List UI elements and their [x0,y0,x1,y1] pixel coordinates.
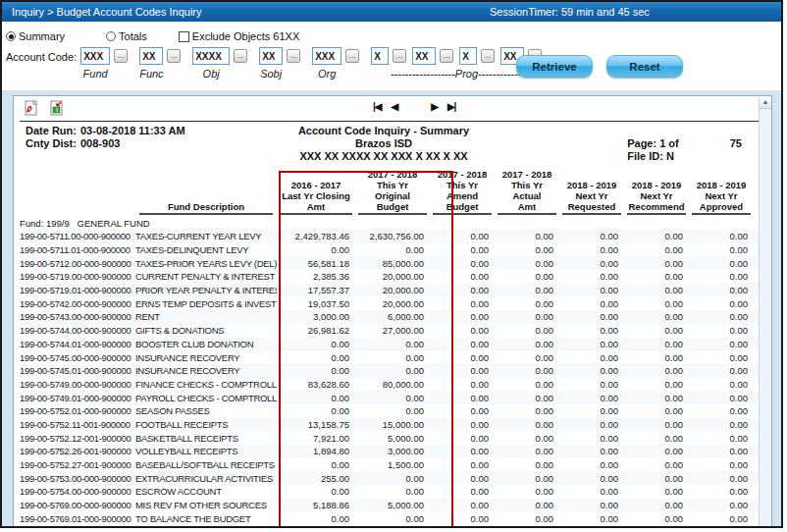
account-code-cell: 199-00-5752.12-001-900000 [20,433,135,444]
amount-cell: 56,581.18 [277,258,355,269]
description-cell: RENT [135,311,277,322]
account-code-func-input[interactable] [139,47,163,65]
amount-cell: 0.00 [430,405,495,416]
column-header: 2017 - 2018This Yr AmendBudget [433,169,492,215]
action-buttons: Retrieve Reset [516,55,683,78]
last-page-button[interactable]: ▶| [447,101,456,112]
amount-cell: 0.00 [624,258,689,269]
lookup-ellipsis-button[interactable]: ... [481,49,495,63]
amount-cell: 6,000.00 [355,311,430,322]
first-page-button[interactable]: |◀ [373,101,382,112]
amount-cell: 0.00 [277,513,355,524]
view-options-row: Summary Totals Exclude Objects 61XX [2,22,781,43]
account-code-prog3-input[interactable] [459,47,477,65]
reset-button[interactable]: Reset [606,55,683,78]
account-code-obj-input[interactable] [192,47,230,65]
retrieve-button[interactable]: Retrieve [516,55,593,78]
amount-cell: 17,557.37 [277,285,355,295]
description-cell: VOLLEYBALL RECEIPTS [135,446,277,456]
pdf-export-icon[interactable] [24,100,39,116]
account-code-label: Account Code: [6,47,77,67]
lookup-ellipsis-button[interactable]: ... [393,49,406,63]
totals-radio[interactable] [106,31,116,41]
lookup-ellipsis-button[interactable]: ... [345,49,359,63]
account-code-cell: 199-00-5754.00-000-900000 [20,486,135,497]
amount-cell: 0.00 [495,339,559,349]
lookup-ellipsis-button[interactable]: ... [234,49,247,63]
account-code-prog2-input[interactable] [412,47,436,65]
table-row: 199-00-5752.27-001-900000BASEBALL/SOFTBA… [20,458,771,472]
amount-cell: 0.00 [624,513,689,524]
amount-cell: 0.00 [355,365,430,376]
account-code-fields: ...Fund...Func...Obj...Sobj...Org [80,47,371,80]
amount-cell: 0.00 [495,365,559,376]
report-area: |◀ ◀ ▶ ▶| Date Run:03-08-2018 11:33 AM C… [2,90,781,528]
amount-cell: 0.00 [277,393,355,403]
amount-cell: 0.00 [495,325,559,336]
amount-cell: 0.00 [355,473,430,484]
account-code-prog1-input[interactable] [371,47,389,65]
scroll-up-button[interactable]: ▲ [760,96,771,109]
amount-cell: 0.00 [689,405,754,416]
lookup-ellipsis-button[interactable]: ... [114,49,128,63]
account-code-org-input[interactable] [312,47,341,65]
description-cell: PAYROLL CHECKS - COMPTROLLER [135,393,277,403]
account-code-cell: 199-00-5743.00-000-900000 [20,311,135,322]
table-row: 199-00-5752.01-000-900000SEASON PASSES0.… [20,404,771,418]
lookup-ellipsis-button[interactable]: ... [167,49,181,63]
report-header-info: Date Run:03-08-2018 11:33 AM Cnty Dist:0… [20,122,771,167]
lookup-ellipsis-button[interactable]: ... [440,49,453,63]
amount-cell: 0.00 [624,433,689,444]
description-cell: EXTRACURRICULAR ACTIVITIES [135,473,277,484]
amount-cell: 0.00 [624,379,689,390]
amount-cell: 0.00 [689,258,754,269]
amount-cell: 0.00 [559,352,624,363]
amount-cell: 0.00 [495,244,559,255]
account-code-sobj-input[interactable] [259,47,283,65]
amount-cell: 1,500.00 [355,459,430,470]
account-code-field-group: ... [412,47,453,65]
csv-export-icon[interactable] [48,100,64,116]
amount-cell: 0.00 [689,513,754,524]
amount-cell: 20,000.00 [355,298,430,309]
exclude-objects-label[interactable]: Exclude Objects 61XX [192,30,299,42]
field-label: Sobj [259,68,283,80]
description-cell: BASEBALL/SOFTBALL RECEIPTS [135,459,277,470]
summary-radio[interactable] [6,31,16,41]
table-row: 199-00-5752.11-001-900000FOOTBALL RECEIP… [20,418,771,432]
totals-radio-label[interactable]: Totals [119,30,147,42]
exclude-objects-checkbox[interactable] [179,31,189,42]
amount-cell: 0.00 [495,311,559,322]
table-row: 199-00-5719.01-000-900000PRIOR YEAR PENA… [20,284,771,297]
amount-cell: 7,921.00 [277,433,355,444]
lookup-ellipsis-button[interactable]: ... [287,49,300,63]
column-header: 2018 - 2019Next YrApproved [692,180,751,215]
page-total: 75 [730,137,742,150]
vertical-scrollbar[interactable]: ▲ [759,96,771,528]
account-code-field-group: ... [312,47,359,65]
summary-radio-label[interactable]: Summary [19,30,65,42]
account-code-field-group: ... [80,47,128,65]
amount-cell: 83,628.60 [277,379,355,390]
account-code-cell: 199-00-5712.00-000-900000 [20,258,135,269]
amount-cell: 0.00 [495,473,559,484]
amount-cell: 0.00 [559,244,624,255]
table-body: 199-00-5711.00-000-900000TAXES-CURRENT Y… [20,230,771,525]
amount-cell: 0.00 [559,325,624,336]
next-page-button[interactable]: ▶ [431,101,438,112]
amount-cell: 0.00 [689,446,754,456]
account-code-cell: 199-00-5711.01-000-900000 [20,244,135,255]
amount-cell: 0.00 [559,459,624,470]
column-header: 2018 - 2019Next YrRequested [562,180,621,215]
account-code-cell: 199-00-5753.00-000-900000 [20,473,135,484]
fund-description-header: Fund Description [139,201,273,215]
amount-cell: 0.00 [430,311,495,322]
amount-cell: 0.00 [277,365,355,376]
prev-page-button[interactable]: ◀ [392,101,398,112]
account-code-fund-input[interactable] [80,47,110,65]
amount-cell: 5,000.00 [355,433,430,444]
amount-cell: 0.00 [430,298,495,309]
amount-cell: 0.00 [559,473,624,484]
amount-cell: 0.00 [430,500,495,510]
account-code-field-group: ... [459,47,495,65]
